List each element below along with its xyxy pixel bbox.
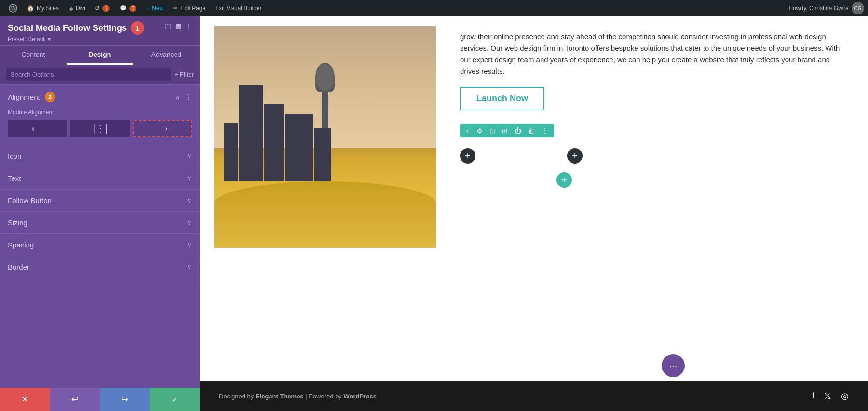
footer-text: Designed by Elegant Themes | Powered by …	[219, 393, 377, 400]
chevron-down-icon: ▾	[48, 36, 51, 42]
align-right-icon: ⟶	[157, 124, 168, 133]
align-left-icon: ⟵	[32, 124, 43, 133]
section-follow-button: Follow Button ∨	[0, 190, 200, 212]
text-chevron-icon[interactable]: ∨	[187, 175, 192, 182]
badge-2: 2	[45, 92, 55, 102]
facebook-icon[interactable]: f	[812, 391, 814, 401]
add-column-button[interactable]: +	[567, 148, 583, 164]
updates-menu[interactable]: ↺ 1	[90, 0, 115, 16]
alignment-more-icon[interactable]: ⋮	[184, 93, 192, 102]
panel-body: Alignment 2 ∧ ⋮ Module Alignment ⟵	[0, 85, 200, 388]
more-icon[interactable]: ⋮	[185, 22, 192, 30]
launch-now-button[interactable]: Launch Now	[460, 87, 544, 110]
panel-header: Social Media Follow Settings 1 Preset: D…	[0, 16, 200, 45]
section-alignment-label: Alignment	[8, 93, 40, 101]
align-right-button[interactable]: ⟶	[133, 120, 192, 137]
bottom-bar: ✕ ↩ ↪ ✓	[0, 388, 200, 411]
content-area: grow their online presence and stay ahea…	[200, 16, 868, 381]
building-1	[224, 123, 238, 181]
comment-icon: 💬	[120, 5, 127, 12]
add-column-button-area: +	[567, 148, 583, 164]
layout-icon[interactable]: ▦	[175, 22, 181, 30]
divi-menu[interactable]: ◈ Divi	[64, 0, 90, 16]
tab-advanced[interactable]: Advanced	[133, 46, 200, 65]
user-info[interactable]: Howdy, Christina Gwira CG	[789, 2, 864, 14]
instagram-icon[interactable]: ◎	[841, 391, 849, 401]
module-toolbar-area: + ⚙ ⊡ ⊞ ⏻ 🗑 ⋮	[460, 124, 849, 142]
toolbar-duplicate-icon[interactable]: ⊡	[488, 126, 497, 136]
panel-title: Social Media Follow Settings	[8, 23, 127, 33]
preset-selector[interactable]: Preset: Default ▾	[8, 36, 144, 42]
icon-chevron-icon[interactable]: ∨	[187, 152, 192, 160]
tab-content[interactable]: Content	[0, 46, 67, 65]
border-chevron-icon[interactable]: ∨	[187, 263, 192, 271]
tab-design[interactable]: Design	[67, 46, 133, 65]
section-text-label: Text	[8, 174, 21, 182]
city-trees	[214, 181, 436, 248]
sizing-chevron-icon[interactable]: ∨	[187, 219, 192, 226]
redo-icon: ↪	[121, 394, 128, 405]
filter-button[interactable]: + Filter	[175, 71, 194, 78]
main-wrapper: Social Media Follow Settings 1 Preset: D…	[0, 16, 868, 411]
section-follow-button-label: Follow Button	[8, 196, 52, 205]
save-button[interactable]: ✓	[150, 388, 200, 411]
alignment-buttons: ⟵ | ⋮ | ⟶	[8, 120, 192, 137]
toolbar-add-icon[interactable]: +	[464, 126, 472, 136]
cancel-button[interactable]: ✕	[0, 388, 50, 411]
section-border-header[interactable]: Border ∨	[0, 256, 200, 278]
edit-page-button[interactable]: ✏ Edit Page	[168, 0, 210, 16]
section-alignment: Alignment 2 ∧ ⋮ Module Alignment ⟵	[0, 85, 200, 145]
wp-logo-icon[interactable]: W	[4, 0, 22, 16]
section-icon: Icon ∨	[0, 145, 200, 167]
align-center-button[interactable]: | ⋮ |	[70, 120, 129, 137]
divi-icon: ◈	[68, 5, 73, 12]
add-buttons-row: + +	[460, 148, 849, 164]
toolbar-settings-icon[interactable]: ⚙	[475, 126, 485, 136]
exit-visual-builder-button[interactable]: Exit Visual Builder	[210, 0, 267, 16]
spacing-chevron-icon[interactable]: ∨	[187, 241, 192, 248]
section-icon-header[interactable]: Icon ∨	[0, 145, 200, 167]
add-row-button[interactable]: +	[556, 172, 572, 188]
image-area	[200, 16, 450, 381]
section-sizing: Sizing ∨	[0, 212, 200, 234]
text-area: grow their online presence and stay ahea…	[450, 16, 868, 381]
section-follow-button-header[interactable]: Follow Button ∨	[0, 190, 200, 211]
building-3	[264, 104, 284, 181]
left-panel: Social Media Follow Settings 1 Preset: D…	[0, 16, 200, 411]
section-border-label: Border	[8, 263, 29, 271]
footer-social-icons: f 𝕏 ◎	[812, 391, 849, 401]
section-sizing-header[interactable]: Sizing ∨	[0, 212, 200, 233]
svg-text:W: W	[11, 6, 16, 11]
add-module-button[interactable]: +	[460, 148, 475, 164]
refresh-icon: ↺	[95, 5, 100, 12]
redo-button[interactable]: ↪	[100, 388, 150, 411]
toolbar-disable-icon[interactable]: ⏻	[513, 126, 523, 136]
section-border: Border ∨	[0, 256, 200, 278]
building-2	[239, 85, 263, 181]
undo-button[interactable]: ↩	[50, 388, 100, 411]
search-input[interactable]	[6, 68, 171, 81]
toolbar-grid-icon[interactable]: ⊞	[500, 126, 510, 136]
follow-button-chevron-icon[interactable]: ∨	[187, 197, 192, 204]
align-left-button[interactable]: ⟵	[8, 120, 67, 137]
twitter-icon[interactable]: 𝕏	[824, 391, 831, 401]
cancel-icon: ✕	[21, 394, 28, 405]
alignment-chevron-icon[interactable]: ∧	[176, 94, 180, 101]
toolbar-delete-icon[interactable]: 🗑	[526, 126, 537, 136]
section-alignment-header[interactable]: Alignment 2 ∧ ⋮	[0, 85, 200, 109]
section-spacing-header[interactable]: Spacing ∨	[0, 234, 200, 256]
admin-bar: W 🏠 My Sites ◈ Divi ↺ 1 💬 0 + New ✏ Edit…	[0, 0, 868, 16]
float-action-button[interactable]: ···	[662, 354, 685, 377]
my-sites-menu[interactable]: 🏠 My Sites	[22, 0, 64, 16]
panel-title-area: Social Media Follow Settings 1 Preset: D…	[8, 21, 144, 42]
toolbar-more-icon[interactable]: ⋮	[540, 126, 550, 136]
home-icon: 🏠	[27, 5, 34, 12]
section-text-header[interactable]: Text ∨	[0, 167, 200, 189]
page-body-text: grow their online presence and stay ahea…	[460, 31, 849, 77]
comments-menu[interactable]: 💬 0	[115, 0, 142, 16]
module-alignment-label: Module Alignment	[8, 109, 192, 116]
section-alignment-title-row: Alignment 2	[8, 92, 55, 102]
expand-icon[interactable]: ⬚	[165, 22, 171, 30]
panel-title-row: Social Media Follow Settings 1	[8, 21, 144, 35]
new-menu[interactable]: + New	[141, 0, 168, 16]
